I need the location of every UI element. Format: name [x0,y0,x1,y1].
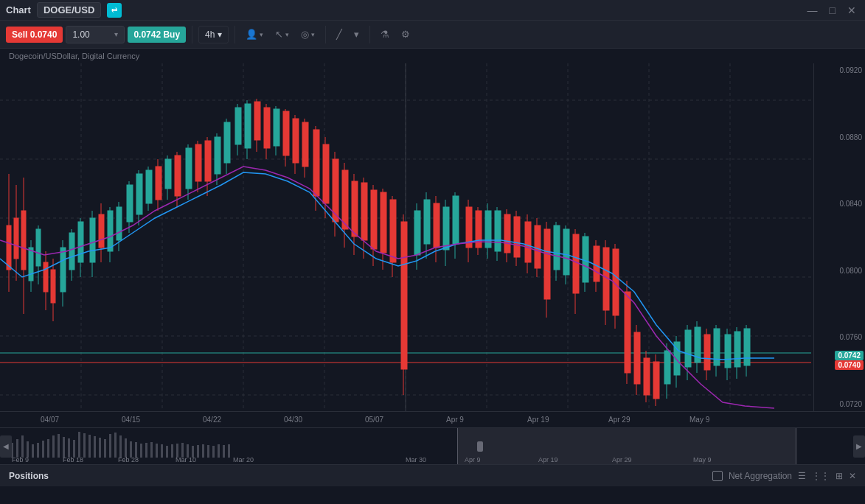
svg-rect-123 [495,211,501,251]
net-aggregation-checkbox[interactable] [712,471,723,481]
svg-rect-190 [88,435,91,458]
navigator-svg: Feb 9 Feb 18 Feb 28 Mar 10 Mar 20 Mar 30… [0,428,813,464]
svg-rect-59 [175,155,181,196]
navigator-left-arrow[interactable]: ◀ [0,435,12,458]
subtitle: Dogecoin/USDollar, Digital Currency [0,49,865,63]
bottom-bar-right: Net Aggregation ☰ ⋮⋮ ⊞ ✕ [712,471,856,481]
svg-rect-173 [744,329,750,365]
svg-rect-203 [156,444,158,458]
svg-rect-201 [145,443,147,458]
title-bar-left: Chart DOGE/USD ⇄ [6,2,122,18]
svg-rect-199 [135,442,137,458]
svg-rect-206 [171,444,173,458]
navigator-right-arrow[interactable]: ▶ [853,435,865,458]
date-label-0507: 05/07 [365,416,383,424]
svg-rect-165 [704,335,710,370]
close-bottom-icon[interactable]: ✕ [849,471,856,481]
svg-text:Apr 9: Apr 9 [465,456,481,463]
svg-rect-193 [104,439,106,458]
close-button[interactable]: ✕ [844,3,859,18]
bottom-bar: Positions Net Aggregation ☰ ⋮⋮ ⊞ ✕ [0,464,865,486]
columns-icon[interactable]: ⋮⋮ [812,471,830,481]
buy-button[interactable]: 0.0742 Buy [128,27,186,43]
candlestick-chart [0,63,865,411]
svg-rect-69 [224,122,230,163]
indicator-icon: ◎ [301,29,309,40]
svg-rect-73 [245,104,251,148]
filter-icon[interactable]: ☰ [798,471,806,481]
svg-text:Feb 9: Feb 9 [12,456,29,463]
interval-selector[interactable]: 4h ▾ [198,26,229,43]
svg-rect-161 [685,330,691,367]
svg-rect-186 [68,438,70,458]
connect-icon[interactable]: ⇄ [107,3,122,18]
date-label-0430: 04/30 [284,416,302,424]
current-price-red: 0.0740 [835,360,864,370]
svg-rect-214 [212,446,215,458]
svg-text:Mar 20: Mar 20 [233,456,254,463]
svg-rect-53 [146,170,152,203]
svg-text:Apr 29: Apr 29 [612,456,632,463]
indicator-arrow-icon: ▾ [311,31,315,38]
separator-3 [325,26,326,43]
svg-rect-185 [63,437,65,458]
buy-label: Buy [163,29,180,40]
positions-label[interactable]: Positions [9,471,49,481]
date-label-0422: 04/22 [203,416,221,424]
date-label-0415: 04/15 [122,416,140,424]
chart-container: 0.0920 0.0880 0.0840 0.0800 0.0760 0.072… [0,63,865,464]
svg-rect-77 [264,108,270,148]
svg-rect-103 [390,200,396,262]
toolbar: Sell 0.0740 1.00 ▾ 0.0742 Buy 4h ▾ 👤 ▾ ↖… [0,21,865,49]
quantity-arrow: ▾ [114,30,118,38]
minimize-button[interactable]: — [805,3,821,18]
svg-rect-220 [796,428,796,464]
svg-text:Mar 30: Mar 30 [406,456,426,463]
svg-rect-71 [235,108,241,144]
svg-rect-131 [535,225,541,268]
svg-rect-87 [313,130,319,196]
svg-rect-79 [274,109,279,146]
separator-4 [369,26,370,43]
svg-rect-97 [361,183,367,240]
svg-rect-149 [625,292,630,373]
quantity-input[interactable]: 1.00 ▾ [66,26,125,43]
svg-rect-43 [99,214,104,248]
svg-rect-85 [302,122,308,167]
navigator-chart[interactable]: ◀ ▶ [0,427,865,464]
separator-1 [192,26,192,43]
svg-rect-39 [78,222,83,262]
svg-text:Mar 10: Mar 10 [176,456,196,463]
svg-rect-171 [734,332,740,367]
svg-rect-179 [32,444,34,458]
svg-rect-187 [73,440,75,458]
svg-rect-205 [166,446,168,458]
svg-rect-153 [644,358,650,395]
maximize-button[interactable]: □ [827,3,838,18]
cursor-icon: ↖ [275,29,283,40]
layout-icon[interactable]: ⊞ [836,471,843,481]
chart-main[interactable]: 0.0920 0.0880 0.0840 0.0800 0.0760 0.072… [0,63,865,411]
people-button[interactable]: 👤 ▾ [241,26,268,43]
people-icon: 👤 [246,29,257,40]
settings-button[interactable]: ⚙ [397,26,414,43]
sell-button[interactable]: Sell 0.0740 [6,27,63,43]
cursor-button[interactable]: ↖ ▾ [271,26,293,43]
line-tool-arrow-button[interactable]: ▾ [350,26,364,43]
line-tool-button[interactable]: ╱ [332,26,347,43]
flask-button[interactable]: ⚗ [376,26,394,43]
svg-rect-143 [594,246,600,281]
svg-rect-67 [215,137,220,174]
svg-rect-212 [202,444,204,458]
indicator-button[interactable]: ◎ ▾ [296,26,319,43]
symbol-display[interactable]: DOGE/USD [37,2,101,18]
svg-rect-101 [381,192,386,253]
price-label-0920: 0.0920 [817,66,862,74]
svg-rect-204 [161,444,163,458]
svg-text:Feb 28: Feb 28 [118,456,139,463]
svg-rect-45 [108,211,113,251]
date-label-may9: May 9 [689,416,710,424]
svg-rect-219 [457,428,458,464]
svg-rect-157 [664,351,670,384]
svg-rect-115 [453,196,459,244]
